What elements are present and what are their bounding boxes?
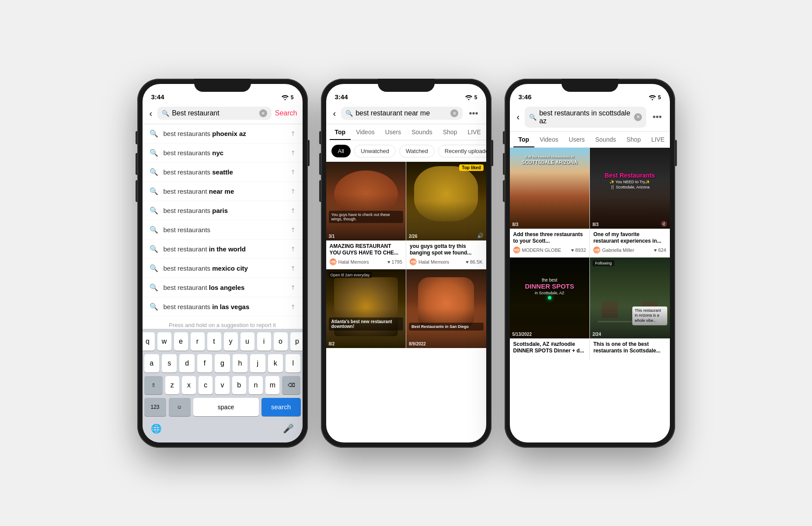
result-card-3-3[interactable]: the best DINNER SPOTS in Scottsdale, AZ … bbox=[510, 258, 590, 360]
suggestion-item-10[interactable]: 🔍 best restaurants in las vegas ↗ bbox=[143, 297, 303, 317]
key-z[interactable]: z bbox=[165, 376, 179, 394]
search-bar-3[interactable]: 🔍 best restaurants in scottsdale az ✕ bbox=[525, 107, 646, 128]
svg-point-2 bbox=[652, 99, 653, 100]
search-action-button-1[interactable]: Search bbox=[275, 109, 297, 117]
key-c[interactable]: c bbox=[199, 376, 213, 394]
key-k[interactable]: k bbox=[268, 354, 283, 373]
key-h[interactable]: h bbox=[233, 354, 247, 373]
mic-icon[interactable]: 🎤 bbox=[280, 420, 297, 437]
key-b[interactable]: b bbox=[232, 376, 246, 394]
key-search[interactable]: search bbox=[261, 398, 301, 416]
video-card-2-1[interactable]: You guys have to check out these wings, … bbox=[326, 162, 406, 269]
tab-users-3[interactable]: Users bbox=[564, 132, 590, 147]
search-query-2[interactable]: best restaurant near me bbox=[355, 109, 448, 117]
suggestion-text-6: best restaurants bbox=[164, 226, 285, 233]
key-space[interactable]: space bbox=[193, 398, 259, 416]
key-emoji[interactable]: ☺ bbox=[169, 398, 191, 416]
key-y[interactable]: y bbox=[224, 332, 238, 351]
key-d[interactable]: d bbox=[179, 354, 194, 373]
tab-top-2[interactable]: Top bbox=[330, 124, 351, 140]
globe-icon[interactable]: 🌐 bbox=[148, 420, 165, 437]
back-button-3[interactable]: ‹ bbox=[515, 110, 522, 124]
back-button-1[interactable]: ‹ bbox=[148, 107, 154, 120]
key-x[interactable]: x bbox=[182, 376, 196, 394]
key-f[interactable]: f bbox=[197, 354, 212, 373]
more-button-2[interactable]: ••• bbox=[466, 108, 481, 119]
suggestion-item-4[interactable]: 🔍 best restaurant near me ↗ bbox=[143, 182, 303, 201]
suggestion-item-2[interactable]: 🔍 best restaurants nyc ↗ bbox=[143, 143, 303, 163]
tabs-row-3: Top Videos Users Sounds Shop LIVE Places bbox=[510, 132, 670, 147]
suggestion-item-1[interactable]: 🔍 best restaurants phoenix az ↗ bbox=[143, 124, 303, 143]
chip-watched-2[interactable]: Watched bbox=[399, 145, 435, 157]
video-card-2-2[interactable]: Top liked 2/26 🔊 you guys gotta try this… bbox=[406, 162, 486, 269]
back-button-2[interactable]: ‹ bbox=[331, 107, 338, 120]
suggestion-item-9[interactable]: 🔍 best restaurant los angeles ↗ bbox=[143, 278, 303, 297]
key-m[interactable]: m bbox=[265, 376, 279, 394]
suggestion-item-6[interactable]: 🔍 best restaurants ↗ bbox=[143, 220, 303, 240]
result-thumb-3-3: the best DINNER SPOTS in Scottsdale, AZ … bbox=[510, 258, 590, 338]
arrow-icon-7: ↗ bbox=[289, 244, 297, 253]
tab-sounds-2[interactable]: Sounds bbox=[406, 124, 437, 140]
video-card-2-4[interactable]: Best Restaurants in San Diego 8/9/2022 bbox=[406, 269, 486, 348]
tab-shop-3[interactable]: Shop bbox=[621, 132, 646, 147]
result-card-3-1[interactable]: 3 of the hottest restaurants inSCOTTSDAL… bbox=[510, 148, 590, 257]
phone-2: 3:44 5 ‹ 🔍 best restaurant near me ✕ bbox=[321, 79, 491, 448]
key-s[interactable]: s bbox=[162, 354, 177, 373]
key-o[interactable]: o bbox=[274, 332, 288, 351]
tab-live-3[interactable]: LIVE bbox=[646, 132, 669, 147]
key-123[interactable]: 123 bbox=[144, 398, 166, 416]
search-input-1[interactable]: Best restaurant bbox=[172, 109, 257, 117]
key-backspace[interactable]: ⌫ bbox=[282, 376, 300, 394]
key-l[interactable]: l bbox=[286, 354, 300, 373]
arrow-icon-10: ↗ bbox=[289, 302, 297, 311]
key-j[interactable]: j bbox=[250, 354, 265, 373]
suggestion-item-5[interactable]: 🔍 best restaurants paris ↗ bbox=[143, 201, 303, 220]
search-query-3[interactable]: best restaurants in scottsdale az bbox=[539, 109, 631, 125]
clear-button-1[interactable]: ✕ bbox=[259, 109, 267, 117]
more-button-3[interactable]: ••• bbox=[650, 111, 664, 123]
key-i[interactable]: i bbox=[257, 332, 271, 351]
key-p[interactable]: p bbox=[290, 332, 303, 351]
clear-button-2[interactable]: ✕ bbox=[450, 109, 458, 117]
tab-users-2[interactable]: Users bbox=[380, 124, 407, 140]
tab-videos-3[interactable]: Videos bbox=[534, 132, 564, 147]
suggestion-text-1: best restaurants phoenix az bbox=[164, 130, 285, 137]
search-bar-1[interactable]: 🔍 Best restaurant ✕ bbox=[157, 107, 272, 120]
card-title-3-1: Add these three restaurants to your Scot… bbox=[513, 231, 586, 245]
tab-top-3[interactable]: Top bbox=[513, 132, 535, 147]
suggestion-item-8[interactable]: 🔍 best restaurants mexico city ↗ bbox=[143, 259, 303, 278]
search-bar-2[interactable]: 🔍 best restaurant near me ✕ bbox=[341, 107, 463, 120]
key-e[interactable]: e bbox=[174, 332, 188, 351]
video-grid-2: You guys have to check out these wings, … bbox=[326, 162, 486, 348]
tab-live-2[interactable]: LIVE bbox=[462, 124, 486, 140]
key-n[interactable]: n bbox=[249, 376, 263, 394]
result-card-3-4[interactable]: Following This restaurant in Arizona is … bbox=[590, 258, 670, 360]
result-card-3-2[interactable]: Best Restaurants ✨ You NEED to Try✨ 🍴 Sc… bbox=[590, 148, 670, 257]
key-q[interactable]: q bbox=[143, 332, 155, 351]
chip-unwatched-2[interactable]: Unwatched bbox=[354, 145, 396, 157]
key-shift[interactable]: ⇧ bbox=[144, 376, 163, 394]
arrow-icon-1: ↗ bbox=[289, 129, 297, 138]
tab-sounds-3[interactable]: Sounds bbox=[590, 132, 621, 147]
suggestion-item-7[interactable]: 🔍 best restaurant in the world ↗ bbox=[143, 240, 303, 259]
like-count-2-2: ♥ 86.5K bbox=[466, 259, 482, 265]
tab-videos-2[interactable]: Videos bbox=[351, 124, 380, 140]
key-v[interactable]: v bbox=[215, 376, 229, 394]
key-r[interactable]: r bbox=[191, 332, 205, 351]
sound-icon-2-2: 🔊 bbox=[477, 233, 484, 239]
video-card-2-3[interactable]: Open til 2am everyday Atlanta's best new… bbox=[326, 269, 406, 348]
tab-shop-2[interactable]: Shop bbox=[438, 124, 463, 140]
video-thumb-2-1: You guys have to check out these wings, … bbox=[326, 162, 406, 240]
clear-button-3[interactable]: ✕ bbox=[634, 113, 642, 121]
key-a[interactable]: a bbox=[144, 354, 159, 373]
counter-3-1: 8/3 bbox=[512, 222, 519, 227]
key-g[interactable]: g bbox=[215, 354, 230, 373]
key-w[interactable]: w bbox=[157, 332, 171, 351]
suggestion-item-3[interactable]: 🔍 best restaurants seattle ↗ bbox=[143, 163, 303, 182]
chip-recent-2[interactable]: Recently uploaded bbox=[438, 145, 486, 157]
chip-all-2[interactable]: All bbox=[331, 145, 351, 157]
key-u[interactable]: u bbox=[240, 332, 254, 351]
status-time-2: 3:44 bbox=[335, 93, 348, 101]
battery-icon-3: 5 bbox=[658, 94, 661, 101]
key-t[interactable]: t bbox=[207, 332, 221, 351]
